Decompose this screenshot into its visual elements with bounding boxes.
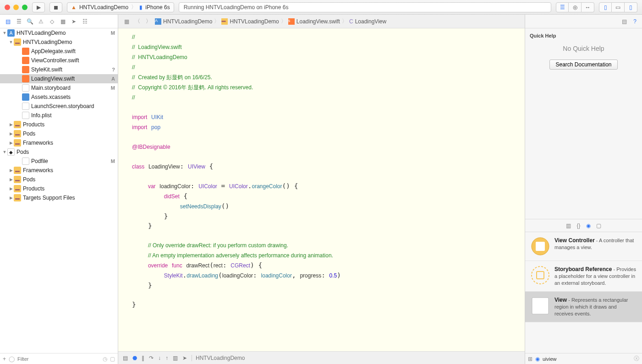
editor-mode-group: ☰ ◎ ↔ xyxy=(556,2,594,12)
library-selector-bar: ▥ {} ◉ ▢ xyxy=(525,219,642,232)
folder-icon: ▬ xyxy=(14,194,21,201)
scm-filter-icon[interactable]: ▢ xyxy=(110,356,115,362)
version-editor-button[interactable]: ↔ xyxy=(582,2,594,12)
jump-crumb[interactable]: AHNTVLoadingDemo xyxy=(155,18,212,25)
library-panel: ▥ {} ◉ ▢ View Controller - A controller … xyxy=(525,219,642,364)
grid-list-toggle-icon[interactable]: ⊞ xyxy=(528,356,532,362)
code-snippet-library-icon[interactable]: {} xyxy=(576,223,580,229)
folder-icon: ▬ xyxy=(14,176,21,183)
standard-editor-button[interactable]: ☰ xyxy=(556,2,569,12)
tree-file[interactable]: Assets.xcassets xyxy=(0,92,118,102)
sb-file-icon xyxy=(22,84,29,92)
test-navigator-icon[interactable]: ◇ xyxy=(48,17,56,26)
activity-viewer: Running HNTVLoadingDemo on iPhone 6s xyxy=(179,2,551,12)
object-library-icon[interactable]: ◉ xyxy=(586,223,591,229)
back-button[interactable]: 〈 xyxy=(133,17,142,25)
symbol-navigator-icon[interactable]: ☰ xyxy=(15,17,23,26)
toggle-navigator-button[interactable]: ▯ xyxy=(599,2,612,12)
add-button[interactable]: + xyxy=(3,356,6,362)
minimize-icon[interactable] xyxy=(13,5,19,10)
tree-file[interactable]: StyleKit.swift? xyxy=(0,65,118,74)
svg-point-2 xyxy=(532,266,549,284)
file-template-library-icon[interactable]: ▥ xyxy=(566,223,571,229)
tree-group[interactable]: ▶▬Frameworks xyxy=(0,166,118,175)
debug-bar: ▤ ⬣ ‖ ↷ ↓ ↑ ▥ ➤ HNTVLoadingDemo xyxy=(118,351,525,364)
step-into-button[interactable]: ↓ xyxy=(158,355,161,361)
scheme-app: HNTVLoadingDemo xyxy=(79,4,128,11)
tree-file[interactable]: Main.storyboardM xyxy=(0,83,118,92)
tree-file[interactable]: ViewController.swift xyxy=(0,56,118,65)
tree-group[interactable]: ▼▬ HNTVLoadingDemo xyxy=(0,38,118,47)
stop-button[interactable]: ◼ xyxy=(49,2,62,12)
tree-podfile[interactable]: Podfile M xyxy=(0,157,118,166)
tree-file[interactable]: AppDelegate.swift xyxy=(0,47,118,56)
tree-file[interactable]: LaunchScreen.storyboard xyxy=(0,102,118,111)
related-items-button[interactable]: ▦ xyxy=(122,18,131,25)
sb-file-icon xyxy=(22,103,29,110)
run-button[interactable]: ▶ xyxy=(32,2,45,12)
search-documentation-button[interactable]: Search Documentation xyxy=(549,60,617,70)
issue-navigator-icon[interactable]: ⚠ xyxy=(37,17,45,26)
debug-navigator-icon[interactable]: ▦ xyxy=(59,17,67,26)
simulate-location-button[interactable]: ➤ xyxy=(182,355,187,361)
source-editor[interactable]: // // LoadingView.swift // HNTVLoadingDe… xyxy=(118,28,525,351)
swift-file-icon xyxy=(22,75,29,82)
step-over-button[interactable]: ↷ xyxy=(149,355,154,361)
project-tree: ▼A HNTVLoadingDemo M ▼▬ HNTVLoadingDemo … xyxy=(0,28,118,353)
breakpoints-button[interactable]: ⬣ xyxy=(132,355,137,361)
folder-icon: ▬ xyxy=(14,185,21,192)
file-icon xyxy=(22,158,29,165)
folder-icon: ▬ xyxy=(14,167,21,174)
library-item-label: View Controller - A controller that mana… xyxy=(554,237,637,256)
quick-help-title: Quick Help xyxy=(530,33,637,38)
filter-icon: ◉ xyxy=(535,356,540,362)
no-quick-help-label: No Quick Help xyxy=(530,45,637,52)
media-library-icon[interactable]: ▢ xyxy=(596,223,601,229)
find-navigator-icon[interactable]: 🔍 xyxy=(26,17,34,26)
tree-group[interactable]: ▶▬Frameworks xyxy=(0,138,118,147)
tree-group[interactable]: ▶▬Pods xyxy=(0,129,118,138)
tree-group[interactable]: ▶▬Products xyxy=(0,184,118,193)
library-item[interactable]: View - Represents a rectangular region i… xyxy=(525,292,642,322)
tree-group[interactable]: ▶▬Targets Support Files xyxy=(0,193,118,202)
assistant-editor-button[interactable]: ◎ xyxy=(569,2,582,12)
library-item-label: Storyboard Reference - Provides a placeh… xyxy=(554,266,637,287)
library-filter-input[interactable] xyxy=(543,356,631,362)
close-icon[interactable] xyxy=(5,5,10,10)
recent-filter-icon[interactable]: ◷ xyxy=(103,356,107,362)
svg-rect-3 xyxy=(537,272,544,279)
toggle-inspector-button[interactable]: ▯ xyxy=(625,2,637,12)
debug-view-hierarchy-button[interactable]: ▥ xyxy=(173,355,178,361)
scheme-selector[interactable]: ▲ HNTVLoadingDemo 〉 ▮ iPhone 6s xyxy=(67,2,174,12)
jump-crumb[interactable]: ▬HNTVLoadingDemo xyxy=(221,18,279,25)
clear-filter-button[interactable]: ⓧ xyxy=(634,355,639,363)
inspector-panel: ▤ ? Quick Help No Quick Help Search Docu… xyxy=(525,15,642,364)
tree-file[interactable]: LoadingView.swiftA xyxy=(0,74,118,83)
folder-icon: ▬ xyxy=(14,139,21,147)
tree-project-root[interactable]: ▼A HNTVLoadingDemo M xyxy=(0,28,118,38)
pause-button[interactable]: ‖ xyxy=(142,355,144,361)
tree-file[interactable]: Info.plist xyxy=(0,111,118,120)
navigator-filter-input[interactable] xyxy=(17,356,100,362)
library-item[interactable]: Storyboard Reference - Provides a placeh… xyxy=(525,261,642,292)
jump-crumb[interactable]: sLoadingView.swift xyxy=(288,18,340,25)
library-item[interactable]: View Controller - A controller that mana… xyxy=(525,232,642,261)
titlebar: ▶ ◼ ▲ HNTVLoadingDemo 〉 ▮ iPhone 6s Runn… xyxy=(0,0,642,15)
quick-help-inspector-icon[interactable]: ? xyxy=(633,18,637,25)
tree-pods-root[interactable]: ▼◆ Pods xyxy=(0,147,118,157)
report-navigator-icon[interactable]: ☷ xyxy=(81,17,89,26)
tree-group[interactable]: ▶▬Products xyxy=(0,120,118,129)
toggle-debug-area-icon[interactable]: ▤ xyxy=(123,355,128,361)
zoom-icon[interactable] xyxy=(22,5,27,10)
project-navigator-icon[interactable]: ▤ xyxy=(4,17,12,26)
asset-file-icon xyxy=(22,93,29,101)
jump-crumb[interactable]: C LoadingView xyxy=(349,18,386,25)
breakpoint-navigator-icon[interactable]: ➤ xyxy=(70,17,78,26)
app-icon: ▲ xyxy=(71,4,77,11)
forward-button[interactable]: 〉 xyxy=(144,17,153,25)
project-icon: ◆ xyxy=(7,148,15,156)
step-out-button[interactable]: ↑ xyxy=(165,355,168,361)
toggle-debug-button[interactable]: ▭ xyxy=(612,2,625,12)
tree-group[interactable]: ▶▬Pods xyxy=(0,175,118,184)
file-inspector-icon[interactable]: ▤ xyxy=(622,18,627,25)
